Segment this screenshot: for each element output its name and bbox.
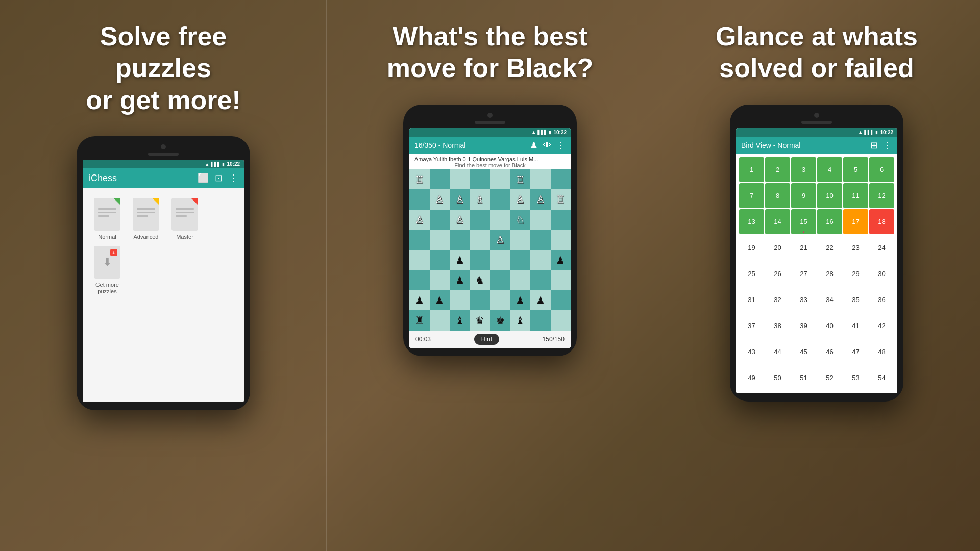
cell-7-7[interactable] (551, 310, 571, 331)
bird-cell-7[interactable]: 7 (739, 183, 764, 208)
cell-5-5[interactable] (510, 270, 531, 290)
cell-1-4[interactable] (490, 189, 510, 210)
cell-1-2[interactable]: ♙ (450, 189, 470, 210)
cell-0-7[interactable] (551, 169, 571, 190)
bird-cell-34[interactable]: 34 (817, 287, 842, 312)
chess-piece-icon[interactable]: ♟ (530, 140, 538, 151)
bird-cell-49[interactable]: 49 (739, 365, 764, 390)
bird-cell-48[interactable]: 48 (869, 339, 894, 364)
more-icon-2[interactable]: ⋮ (556, 140, 566, 151)
cell-3-0[interactable] (409, 230, 430, 250)
cell-4-7[interactable]: ♟ (551, 250, 571, 270)
bird-cell-30[interactable]: 30 (869, 261, 894, 286)
cell-0-1[interactable] (430, 169, 450, 190)
bird-cell-43[interactable]: 43 (739, 339, 764, 364)
file-normal[interactable]: Normal (91, 198, 124, 240)
cell-5-0[interactable] (409, 270, 430, 290)
bird-cell-16[interactable]: 16 (817, 209, 842, 234)
cell-7-0[interactable]: ♜ (409, 310, 430, 331)
bird-cell-41[interactable]: 41 (843, 313, 868, 338)
bird-cell-15[interactable]: 15♥ (791, 209, 816, 234)
bird-cell-35[interactable]: 35 (843, 287, 868, 312)
cell-5-2[interactable]: ♟ (450, 270, 470, 290)
share-icon[interactable]: ⊡ (215, 172, 223, 184)
bird-cell-44[interactable]: 44 (765, 339, 790, 364)
cell-4-5[interactable] (510, 250, 531, 270)
bird-cell-11[interactable]: 11 (843, 183, 868, 208)
bird-cell-28[interactable]: 28 (817, 261, 842, 286)
cell-5-6[interactable] (530, 270, 551, 290)
cell-3-6[interactable] (530, 230, 551, 250)
bird-cell-20[interactable]: 20 (765, 235, 790, 260)
cell-2-5[interactable]: ♘ (510, 210, 531, 230)
cell-6-2[interactable] (450, 290, 470, 311)
file-master[interactable]: Master (168, 198, 201, 240)
bird-cell-3[interactable]: 3 (791, 157, 816, 182)
file-advanced[interactable]: Advanced (130, 198, 162, 240)
cell-3-5[interactable] (510, 230, 531, 250)
bird-cell-45[interactable]: 45 (791, 339, 816, 364)
bird-cell-38[interactable]: 38 (765, 313, 790, 338)
cell-0-5[interactable]: ♖ (510, 169, 531, 190)
bird-cell-1[interactable]: 1 (739, 157, 764, 182)
bird-cell-17[interactable]: 17 (843, 209, 868, 234)
bird-cell-37[interactable]: 37 (739, 313, 764, 338)
hint-button[interactable]: Hint (474, 334, 499, 345)
cell-6-4[interactable] (490, 290, 510, 311)
bird-cell-21[interactable]: 21 (791, 235, 816, 260)
bird-cell-54[interactable]: 54 (869, 365, 894, 390)
bird-cell-12[interactable]: 12 (869, 183, 894, 208)
bird-cell-2[interactable]: 2 (765, 157, 790, 182)
cell-3-1[interactable] (430, 230, 450, 250)
cell-2-2[interactable]: ♙ (450, 210, 470, 230)
bird-cell-4[interactable]: 4 (817, 157, 842, 182)
bird-cell-52[interactable]: 52 (817, 365, 842, 390)
bird-cell-39[interactable]: 39 (791, 313, 816, 338)
grid-icon[interactable]: ⊞ (870, 140, 878, 151)
cell-1-6[interactable]: ♙ (530, 189, 551, 210)
cell-0-4[interactable] (490, 169, 510, 190)
cell-2-7[interactable] (551, 210, 571, 230)
cell-5-7[interactable] (551, 270, 571, 290)
bird-cell-53[interactable]: 53 (843, 365, 868, 390)
cell-5-3[interactable]: ♞ (470, 270, 491, 290)
cell-6-7[interactable] (551, 290, 571, 311)
cell-7-4[interactable]: ♚ (490, 310, 510, 331)
cell-3-7[interactable] (551, 230, 571, 250)
bird-cell-26[interactable]: 26 (765, 261, 790, 286)
bird-cell-13[interactable]: 13 (739, 209, 764, 234)
bird-cell-36[interactable]: 36 (869, 287, 894, 312)
bird-cell-42[interactable]: 42 (869, 313, 894, 338)
cell-7-5[interactable]: ♝ (510, 310, 531, 331)
bird-cell-31[interactable]: 31 (739, 287, 764, 312)
cell-4-1[interactable] (430, 250, 450, 270)
folder-icon[interactable]: ⬜ (198, 172, 209, 184)
bird-cell-46[interactable]: 46 (817, 339, 842, 364)
cell-7-3[interactable]: ♛ (470, 310, 491, 331)
bird-cell-23[interactable]: 23 (843, 235, 868, 260)
cell-6-1[interactable]: ♟ (430, 290, 450, 311)
bird-cell-18[interactable]: 18 (869, 209, 894, 234)
cell-6-5[interactable]: ♟ (510, 290, 531, 311)
cell-4-6[interactable] (530, 250, 551, 270)
cell-7-6[interactable] (530, 310, 551, 331)
cell-4-3[interactable] (470, 250, 491, 270)
bird-cell-50[interactable]: 50 (765, 365, 790, 390)
cell-1-1[interactable]: ♙ (430, 189, 450, 210)
cell-5-1[interactable] (430, 270, 450, 290)
bird-cell-33[interactable]: 33 (791, 287, 816, 312)
cell-0-3[interactable] (470, 169, 491, 190)
cell-1-3[interactable]: ♗ (470, 189, 491, 210)
cell-4-0[interactable] (409, 250, 430, 270)
bird-cell-47[interactable]: 47 (843, 339, 868, 364)
bird-cell-8[interactable]: 8 (765, 183, 790, 208)
chess-board[interactable]: ♖♖♙♙♗♙♙♖♙♙♘♙♟♟♟♞♟♟♟♟♜♝♛♚♝ (409, 169, 571, 331)
cell-1-0[interactable] (409, 189, 430, 210)
file-get-more[interactable]: + ⬇ Get more puzzles (91, 246, 124, 295)
cell-0-6[interactable] (530, 169, 551, 190)
bird-cell-24[interactable]: 24 (869, 235, 894, 260)
cell-4-4[interactable] (490, 250, 510, 270)
bird-cell-51[interactable]: 51 (791, 365, 816, 390)
bird-cell-14[interactable]: 14 (765, 209, 790, 234)
bird-cell-22[interactable]: 22 (817, 235, 842, 260)
